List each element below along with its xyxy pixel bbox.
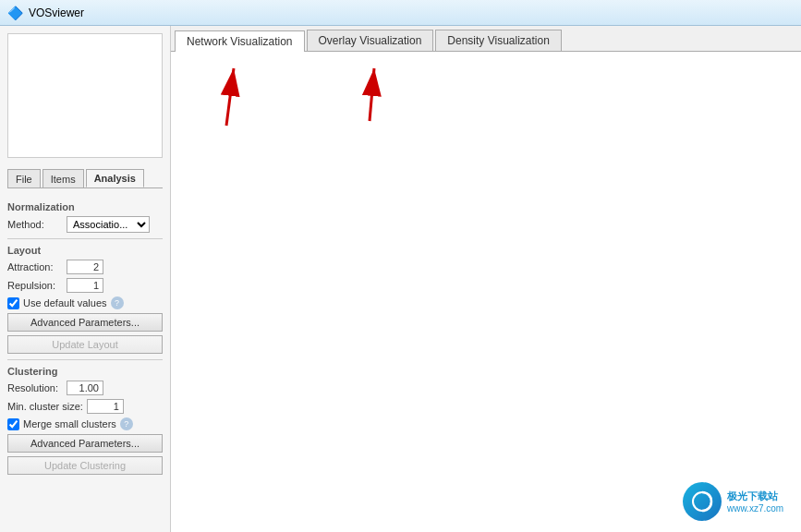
update-clustering-button[interactable]: Update Clustering	[7, 456, 163, 475]
repulsion-input[interactable]	[67, 278, 103, 293]
method-label: Method:	[7, 219, 63, 230]
viz-tab-network[interactable]: Network Visualization	[175, 30, 305, 52]
canvas-area: 极光下载站 www.xz7.com	[171, 52, 801, 532]
merge-small-help-icon[interactable]: ?	[120, 417, 133, 430]
advanced-params-clustering-button[interactable]: Advanced Parameters...	[7, 434, 163, 453]
svg-line-2	[226, 68, 234, 126]
viz-tabs: Network Visualization Overlay Visualizat…	[171, 26, 801, 52]
viz-tab-density[interactable]: Density Visualization	[435, 30, 562, 51]
left-tabs: File Items Analysis	[0, 165, 170, 187]
use-defaults-label: Use default values	[23, 297, 107, 308]
app-icon: 🔷	[7, 6, 23, 20]
arrows-svg	[171, 52, 801, 532]
clustering-label: Clustering	[7, 366, 163, 377]
use-defaults-checkbox[interactable]	[7, 297, 19, 309]
advanced-params-layout-button[interactable]: Advanced Parameters...	[7, 313, 163, 332]
svg-line-3	[370, 68, 374, 121]
attraction-input[interactable]	[67, 260, 103, 274]
watermark-text: 极光下载站 www.xz7.com	[727, 490, 783, 514]
left-content: Normalization Method: Associatio... Layo…	[0, 188, 170, 532]
merge-small-checkbox[interactable]	[7, 418, 19, 430]
resolution-row: Resolution:	[7, 381, 163, 395]
tab-items[interactable]: Items	[42, 169, 84, 187]
attraction-label: Attraction:	[7, 261, 63, 272]
update-layout-button[interactable]: Update Layout	[7, 335, 163, 354]
tab-analysis[interactable]: Analysis	[86, 169, 144, 187]
watermark: 极光下载站 www.xz7.com	[683, 478, 794, 525]
tab-file[interactable]: File	[7, 169, 41, 187]
layout-divider	[7, 238, 163, 239]
viz-tab-overlay[interactable]: Overlay Visualization	[307, 30, 434, 51]
layout-label: Layout	[7, 245, 163, 256]
preview-area	[7, 33, 163, 158]
normalization-label: Normalization	[7, 201, 163, 212]
resolution-label: Resolution:	[7, 382, 63, 393]
repulsion-row: Repulsion:	[7, 278, 163, 293]
use-defaults-help-icon[interactable]: ?	[111, 296, 124, 309]
left-panel: File Items Analysis Normalization Method…	[0, 26, 171, 532]
min-cluster-label: Min. cluster size:	[7, 401, 83, 412]
title-bar: 🔷 VOSviewer	[0, 0, 801, 26]
attraction-row: Attraction:	[7, 260, 163, 274]
main-layout: File Items Analysis Normalization Method…	[0, 26, 801, 532]
clustering-divider	[7, 359, 163, 360]
merge-small-label: Merge small clusters	[23, 418, 116, 429]
watermark-site: 极光下载站	[727, 490, 783, 503]
app-title: VOSviewer	[29, 6, 84, 19]
merge-small-row: Merge small clusters ?	[7, 417, 163, 430]
watermark-swirl-icon	[689, 489, 715, 514]
resolution-input[interactable]	[67, 381, 103, 395]
watermark-url: www.xz7.com	[727, 503, 783, 514]
use-defaults-row: Use default values ?	[7, 296, 163, 309]
min-cluster-input[interactable]	[87, 399, 124, 414]
min-cluster-row: Min. cluster size:	[7, 399, 163, 414]
method-row: Method: Associatio...	[7, 216, 163, 233]
method-select[interactable]: Associatio...	[67, 216, 150, 233]
watermark-logo	[683, 482, 722, 521]
right-panel: Network Visualization Overlay Visualizat…	[171, 26, 801, 532]
repulsion-label: Repulsion:	[7, 280, 63, 291]
